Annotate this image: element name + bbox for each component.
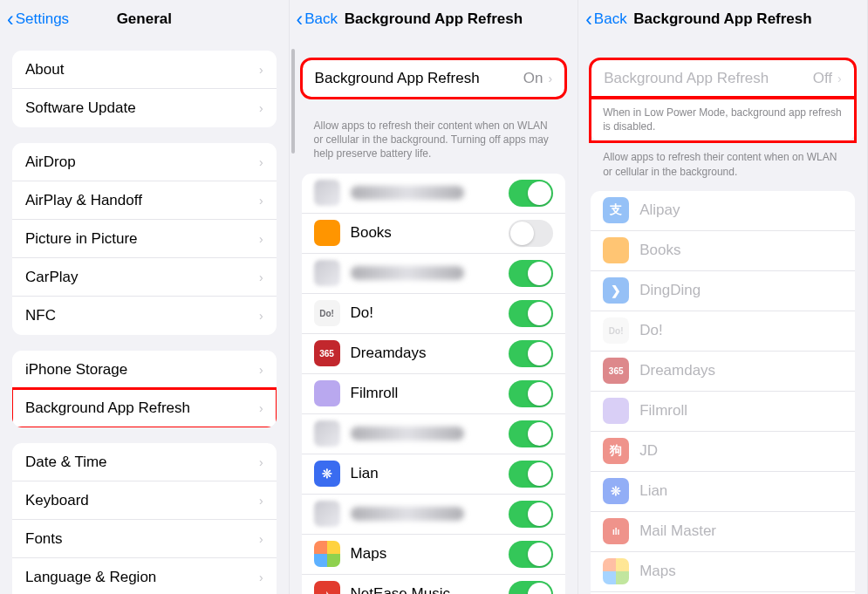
app-row: 支Alipay	[591, 191, 855, 231]
app-toggle[interactable]	[509, 260, 553, 287]
app-row: Maps	[591, 552, 855, 592]
app-label: Maps	[639, 563, 843, 580]
chevron-right-icon: ›	[259, 232, 263, 246]
pane-refresh-off: ‹ Back Background App Refresh Background…	[578, 0, 868, 594]
pane-general: ‹ Settings General About›Software Update…	[0, 0, 290, 594]
app-row: ♪NetEase Music	[302, 575, 566, 594]
app-row	[302, 495, 566, 535]
app-icon: 365	[314, 340, 340, 366]
master-toggle-row[interactable]: Background App Refresh On ›	[302, 59, 566, 98]
app-label: Dreamdays	[639, 362, 843, 379]
app-toggle[interactable]	[509, 581, 553, 594]
back-button[interactable]: ‹ Back	[297, 8, 338, 31]
app-label: Maps	[351, 545, 509, 563]
row-label: NFC	[25, 307, 259, 324]
redacted-label	[351, 186, 464, 200]
app-icon	[603, 558, 629, 584]
chevron-right-icon: ›	[259, 532, 263, 546]
app-label: Filmroll	[351, 385, 509, 402]
master-toggle-row[interactable]: Background App Refresh Off ›	[591, 59, 855, 98]
settings-row[interactable]: Software Update›	[12, 89, 277, 127]
pane-refresh-on: ‹ Back Background App Refresh Background…	[290, 0, 579, 594]
app-row: Do!Do!	[302, 294, 566, 334]
app-icon	[314, 380, 340, 406]
back-button[interactable]: ‹ Settings	[7, 8, 69, 31]
master-label: Background App Refresh	[315, 70, 523, 87]
app-label: Mail Master	[639, 522, 843, 540]
settings-row[interactable]: iPhone Storage›	[12, 351, 277, 389]
app-row: Do!Do!	[591, 311, 855, 352]
app-row	[302, 254, 566, 294]
back-label: Back	[594, 10, 627, 28]
app-label: Lian	[639, 482, 843, 500]
settings-row[interactable]: AirPlay & Handoff›	[12, 181, 277, 220]
back-button[interactable]: ‹ Back	[585, 8, 626, 31]
low-power-warning: When in Low Power Mode, background app r…	[591, 98, 855, 141]
app-label: Books	[639, 242, 843, 259]
app-row: 365Dreamdays	[302, 334, 566, 374]
row-label: AirPlay & Handoff	[25, 192, 259, 209]
app-icon	[603, 237, 629, 263]
app-row: ❊Lian	[302, 454, 566, 495]
chevron-right-icon: ›	[259, 270, 263, 284]
app-label: Lian	[351, 465, 509, 482]
app-label: Books	[351, 224, 509, 242]
row-label: Fonts	[25, 530, 259, 548]
app-row: 365Dreamdays	[591, 352, 855, 392]
header: ‹ Back Background App Refresh	[578, 0, 867, 38]
app-toggle[interactable]	[509, 380, 553, 407]
app-toggle[interactable]	[509, 420, 553, 447]
app-icon: ❯	[603, 277, 629, 304]
master-value: On	[523, 70, 543, 87]
app-label	[351, 507, 509, 521]
app-toggle[interactable]	[509, 541, 553, 568]
chevron-right-icon: ›	[259, 494, 263, 508]
app-list: 支AlipayBooks❯DingDingDo!Do!365DreamdaysF…	[591, 191, 855, 594]
chevron-left-icon: ‹	[7, 8, 14, 31]
settings-row[interactable]: Language & Region›	[12, 558, 277, 594]
app-row: Filmroll	[302, 374, 566, 414]
settings-row[interactable]: Background App Refresh›	[12, 389, 277, 427]
app-list: BooksDo!Do!365DreamdaysFilmroll❊LianMaps…	[302, 174, 566, 594]
app-row: Books	[302, 214, 566, 254]
app-label	[351, 266, 509, 280]
chevron-right-icon: ›	[837, 72, 842, 85]
app-icon: ♪	[314, 581, 340, 594]
chevron-right-icon: ›	[259, 194, 263, 208]
row-label: AirDrop	[25, 154, 259, 171]
row-label: Language & Region	[25, 569, 259, 586]
app-icon	[314, 260, 340, 286]
app-label: Do!	[351, 304, 509, 322]
settings-row[interactable]: NFC›	[12, 297, 277, 335]
app-icon: ❊	[314, 461, 340, 487]
app-toggle[interactable]	[509, 180, 553, 207]
app-icon	[314, 541, 340, 567]
settings-row[interactable]: Keyboard›	[12, 481, 277, 520]
app-row	[302, 174, 566, 214]
app-icon	[314, 220, 340, 246]
app-icon: 狗	[603, 438, 629, 464]
settings-row[interactable]: Fonts›	[12, 520, 277, 558]
settings-row[interactable]: CarPlay›	[12, 258, 277, 297]
settings-row[interactable]: AirDrop›	[12, 143, 277, 181]
app-toggle[interactable]	[509, 300, 553, 327]
row-label: Background App Refresh	[25, 399, 259, 417]
row-label: Picture in Picture	[25, 230, 259, 248]
app-icon	[314, 180, 340, 206]
app-toggle[interactable]	[509, 501, 553, 528]
back-label: Settings	[16, 10, 69, 28]
settings-row[interactable]: About›	[12, 51, 277, 89]
app-label: NetEase Music	[351, 585, 509, 594]
group-storage: iPhone Storage›Background App Refresh›	[12, 351, 277, 427]
chevron-left-icon: ‹	[297, 8, 304, 31]
app-label: DingDing	[639, 282, 843, 299]
app-row: ılıMail Master	[591, 512, 855, 552]
settings-row[interactable]: Picture in Picture›	[12, 220, 277, 258]
app-toggle[interactable]	[509, 220, 553, 247]
settings-row[interactable]: Date & Time›	[12, 443, 277, 481]
app-toggle[interactable]	[509, 461, 553, 488]
app-toggle[interactable]	[509, 340, 553, 367]
redacted-label	[351, 266, 464, 280]
redacted-label	[351, 427, 464, 440]
header: ‹ Settings General	[0, 0, 289, 38]
